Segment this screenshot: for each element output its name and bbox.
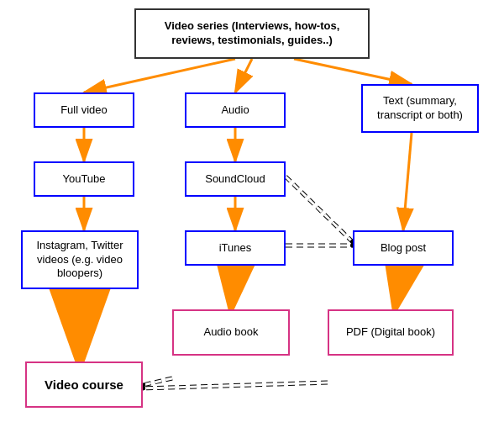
node-text-summary: Text (summary, transcript or both)	[361, 84, 479, 133]
node-video-course: Video course	[25, 361, 143, 408]
svg-line-18	[143, 378, 172, 385]
node-video-series: Video series (Interviews, how-tos, revie…	[134, 8, 370, 59]
node-audio-book: Audio book	[172, 309, 290, 356]
node-soundcloud: SoundCloud	[185, 161, 286, 197]
node-blog-post: Blog post	[353, 230, 454, 266]
svg-line-11	[231, 266, 235, 309]
node-full-video: Full video	[34, 92, 134, 128]
node-pdf: PDF (Digital book)	[328, 309, 454, 356]
svg-line-15	[286, 177, 353, 242]
node-youtube: YouTube	[34, 161, 134, 197]
svg-line-8	[403, 133, 412, 230]
node-itunes: iTunes	[185, 230, 286, 266]
svg-line-12	[395, 266, 403, 309]
svg-line-5	[294, 59, 412, 84]
node-instagram: Instagram, Twitter videos (e.g. video bl…	[21, 230, 139, 289]
svg-line-4	[235, 59, 252, 92]
svg-line-21	[143, 383, 328, 388]
svg-line-20	[143, 383, 328, 388]
node-audio: Audio	[185, 92, 286, 128]
diagram: Video series (Interviews, how-tos, revie…	[0, 0, 504, 438]
svg-line-19	[143, 378, 172, 385]
svg-line-14	[286, 177, 353, 242]
svg-line-3	[84, 59, 235, 92]
